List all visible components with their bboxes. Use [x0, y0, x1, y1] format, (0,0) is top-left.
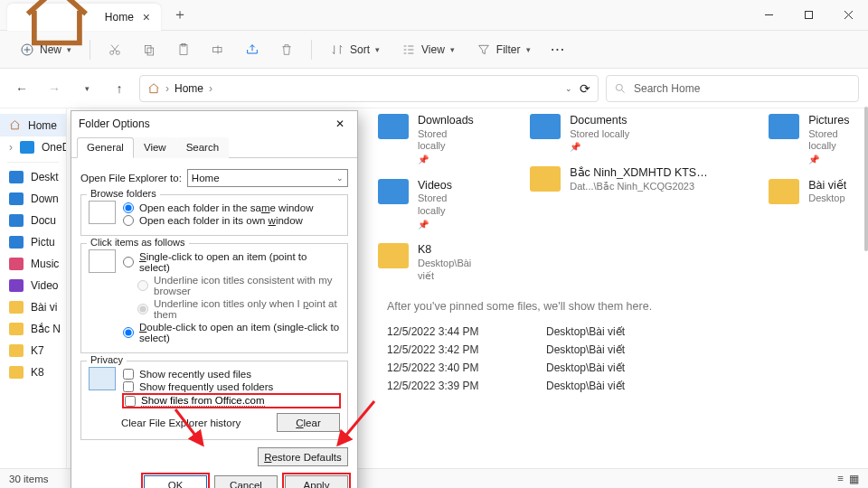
sidebar-item-home[interactable]: Home: [0, 114, 66, 136]
share-button[interactable]: [237, 36, 268, 63]
pictures-icon: [9, 236, 24, 249]
sidebar-item-label: K8: [31, 366, 44, 379]
tab-search[interactable]: Search: [176, 137, 229, 158]
sidebar-item-onedrive[interactable]: ›OneD: [0, 136, 66, 158]
scrollbar[interactable]: [864, 107, 868, 251]
tab-general[interactable]: General: [77, 137, 134, 158]
group-browse-folders: Browse folders Open each folder in the s…: [80, 194, 348, 236]
breadcrumb[interactable]: › Home › ⌄ ⟳: [139, 75, 599, 102]
open-explorer-select[interactable]: Home ⌄: [187, 169, 348, 187]
radio-single-click[interactable]: Single-click to open an item (point to s…: [123, 251, 340, 273]
rename-button[interactable]: [203, 36, 233, 63]
address-bar-row: ← → ▾ ↑ › Home › ⌄ ⟳ Search Home: [0, 69, 868, 108]
sidebar-item-label: Pictu: [31, 236, 55, 249]
folder-icon: [9, 323, 24, 335]
dialog-titlebar[interactable]: Folder Options ✕: [71, 111, 357, 136]
filter-icon: [476, 42, 491, 57]
sidebar-item-documents[interactable]: Docu: [0, 210, 66, 231]
home-icon: [147, 82, 160, 95]
tiles-view-button[interactable]: ▦: [849, 473, 859, 485]
copy-button[interactable]: [134, 36, 165, 63]
check-office-files[interactable]: Show files from Office.com: [123, 394, 340, 408]
more-button[interactable]: ···: [543, 36, 574, 63]
dialog-body: Open File Explorer to: Home ⌄ Browse fol…: [71, 158, 357, 472]
view-button[interactable]: View▾: [392, 36, 464, 63]
folder-name: Bài viết: [808, 179, 846, 193]
up-button[interactable]: ↑: [107, 76, 132, 101]
tab-view[interactable]: View: [134, 137, 176, 158]
sidebar-item-folder[interactable]: K8: [0, 361, 66, 383]
group-privacy: Privacy Show recently used files Show fr…: [80, 361, 348, 440]
apply-button[interactable]: Apply: [285, 475, 348, 488]
group-legend: Click items as follows: [87, 237, 189, 248]
folder-name: Pictures: [808, 114, 855, 128]
sidebar-item-videos[interactable]: Video: [0, 275, 66, 296]
clear-button[interactable]: Clear: [277, 413, 340, 432]
search-input[interactable]: Search Home: [606, 75, 859, 102]
close-window-button[interactable]: [828, 0, 868, 31]
new-button[interactable]: New ▾: [11, 36, 80, 63]
search-placeholder: Search Home: [634, 82, 700, 95]
sidebar-item-pictures[interactable]: Pictu: [0, 231, 66, 253]
sidebar-item-folder[interactable]: Bài vi: [0, 296, 66, 318]
radio-underline-point: Underline icon titles only when I point …: [137, 298, 340, 320]
pin-icon: 📌: [570, 142, 629, 154]
chevron-down-icon: ▾: [67, 45, 71, 54]
folder-sub: Stored locally: [418, 128, 476, 154]
delete-button[interactable]: [271, 36, 302, 63]
sidebar-item-label: Music: [31, 258, 59, 270]
details-view-button[interactable]: ≡: [837, 473, 844, 485]
maximize-button[interactable]: [788, 0, 828, 31]
sidebar-item-desktop[interactable]: Deskt: [0, 166, 66, 188]
filter-button[interactable]: Filter▾: [467, 36, 540, 63]
chevron-down-icon[interactable]: ⌄: [565, 84, 572, 93]
pin-icon: 📌: [808, 155, 855, 166]
copy-icon: [142, 42, 156, 57]
cut-button[interactable]: [99, 36, 130, 63]
radio-own-window[interactable]: Open each folder in its own window: [123, 215, 340, 226]
sidebar: Home ›OneD Deskt Down Docu Pictu Music V…: [0, 108, 67, 468]
sidebar-item-folder[interactable]: Bắc N: [0, 318, 66, 340]
recent-time: 12/5/2022 3:39 PM: [387, 380, 523, 392]
folder-item[interactable]: VideosStored locally📌: [378, 179, 476, 231]
check-frequent-folders[interactable]: Show frequently used folders: [123, 381, 340, 392]
new-tab-button[interactable]: ＋: [166, 2, 193, 29]
sidebar-item-music[interactable]: Music: [0, 253, 66, 275]
folder-item[interactable]: DocumentsStored locally📌: [530, 114, 714, 154]
recent-path: Desktop\Bài viết: [546, 361, 745, 374]
sidebar-item-folder[interactable]: K7: [0, 340, 66, 361]
recent-path: Desktop\Bài viết: [546, 325, 745, 338]
sidebar-item-label: Deskt: [31, 171, 59, 183]
folder-item[interactable]: DownloadsStored locally📌: [378, 114, 476, 166]
sidebar-item-label: Bắc N: [31, 323, 61, 335]
paste-button[interactable]: [168, 36, 199, 63]
check-recent-files[interactable]: Show recently used files: [123, 369, 340, 380]
restore-defaults-button[interactable]: Restore Defaults: [258, 447, 348, 466]
sidebar-item-downloads[interactable]: Down: [0, 188, 66, 210]
folder-name: Bắc Ninh_XDMHTD KTSX ...: [570, 166, 714, 181]
filter-label: Filter: [496, 43, 521, 56]
radio-double-click[interactable]: Double-click to open an item (single-cli…: [123, 322, 340, 343]
back-button[interactable]: ←: [9, 76, 34, 101]
folder-item[interactable]: Bắc Ninh_XDMHTD KTSX ...Dat...\Bắc Ninh_…: [530, 166, 714, 192]
folder-icon: [9, 366, 24, 379]
minimize-button[interactable]: [749, 0, 788, 31]
folder-item[interactable]: K8Desktop\Bài viết: [378, 243, 476, 282]
sort-button[interactable]: Sort▾: [321, 36, 389, 63]
forward-button[interactable]: →: [42, 76, 67, 101]
recent-time: 12/5/2022 3:42 PM: [387, 343, 523, 356]
ok-button[interactable]: OK: [144, 475, 207, 488]
folder-item[interactable]: Bài viếtDesktop: [769, 179, 855, 205]
cancel-button[interactable]: Cancel: [214, 475, 278, 488]
breadcrumb-home[interactable]: Home: [175, 82, 203, 95]
refresh-button[interactable]: ⟳: [580, 81, 590, 96]
dialog-close-button[interactable]: ✕: [330, 114, 350, 134]
close-tab-icon[interactable]: ×: [143, 10, 150, 24]
privacy-icon: [89, 367, 116, 390]
group-legend: Browse folders: [87, 188, 160, 199]
recent-locations-button[interactable]: ▾: [74, 76, 99, 101]
folder-item[interactable]: PicturesStored locally📌: [769, 114, 855, 166]
window-tab[interactable]: Home ×: [7, 4, 161, 31]
trash-icon: [279, 42, 294, 57]
radio-same-window[interactable]: Open each folder in the same window: [123, 202, 340, 213]
